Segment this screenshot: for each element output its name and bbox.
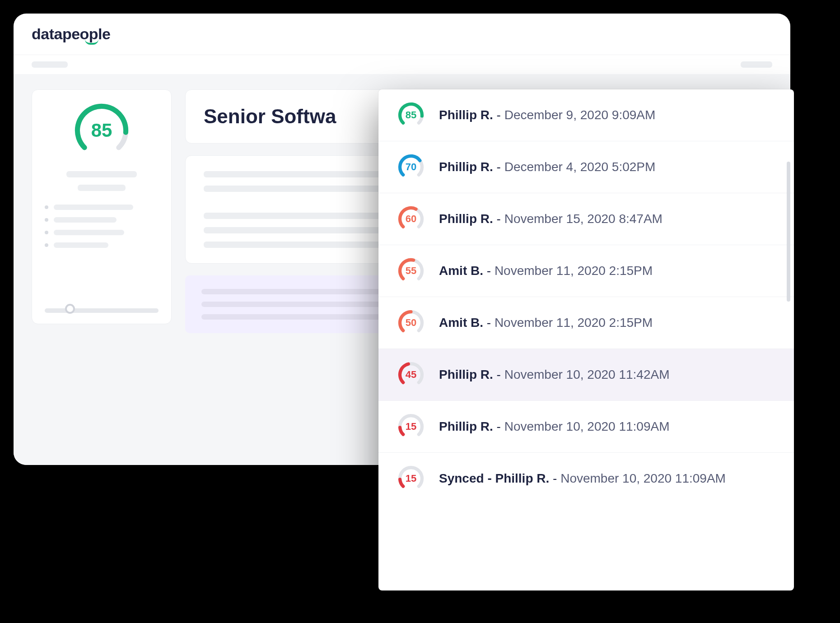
scrollbar-thumb[interactable] bbox=[787, 162, 790, 302]
score-card: 85 bbox=[32, 89, 172, 324]
history-separator: - bbox=[493, 367, 504, 381]
history-author: Phillip R. bbox=[439, 367, 493, 381]
history-author: Phillip R. bbox=[439, 108, 493, 122]
history-score-value: 85 bbox=[406, 109, 416, 121]
history-item[interactable]: 55Amit B. - November 11, 2020 2:15PM bbox=[378, 245, 794, 297]
history-separator: - bbox=[483, 316, 495, 330]
history-item-label: Phillip R. - November 10, 2020 11:09AM bbox=[439, 419, 669, 434]
history-date: December 4, 2020 5:02PM bbox=[504, 160, 656, 174]
history-score-value: 15 bbox=[406, 421, 416, 432]
history-item[interactable]: 85Phillip R. - December 9, 2020 9:09AM bbox=[378, 89, 794, 141]
toolbar-placeholder-right bbox=[741, 61, 772, 68]
history-date: December 9, 2020 9:09AM bbox=[504, 108, 656, 122]
app-header: datapeople bbox=[14, 14, 790, 55]
main-score-gauge: 85 bbox=[70, 103, 133, 158]
history-item-label: Phillip R. - November 10, 2020 11:42AM bbox=[439, 367, 669, 382]
history-separator: - bbox=[493, 212, 504, 226]
toolbar-placeholder-left bbox=[32, 61, 68, 68]
history-score-gauge: 45 bbox=[397, 362, 425, 388]
brand-logo: datapeople bbox=[32, 25, 110, 43]
history-separator: - bbox=[483, 264, 495, 278]
history-item-label: Amit B. - November 11, 2020 2:15PM bbox=[439, 264, 653, 278]
history-author: Amit B. bbox=[439, 316, 483, 330]
history-separator: - bbox=[549, 471, 560, 485]
history-score-value: 15 bbox=[406, 473, 416, 484]
history-item-label: Synced - Phillip R. - November 10, 2020 … bbox=[439, 471, 726, 486]
history-date: November 11, 2020 2:15PM bbox=[495, 316, 653, 330]
history-item[interactable]: 15Phillip R. - November 10, 2020 11:09AM bbox=[378, 401, 794, 453]
history-author: Phillip R. bbox=[439, 160, 493, 174]
score-summary-lines bbox=[45, 171, 159, 191]
history-author: Amit B. bbox=[439, 264, 483, 278]
history-score-gauge: 15 bbox=[397, 465, 425, 492]
history-item-label: Phillip R. - December 9, 2020 9:09AM bbox=[439, 108, 655, 122]
main-score-value: 85 bbox=[91, 120, 112, 141]
history-date: November 10, 2020 11:42AM bbox=[504, 367, 670, 381]
history-prefix: Synced - bbox=[439, 471, 495, 485]
history-score-value: 55 bbox=[406, 265, 416, 277]
history-item[interactable]: 45Phillip R. - November 10, 2020 11:42AM bbox=[378, 349, 794, 401]
history-list: 85Phillip R. - December 9, 2020 9:09AM 7… bbox=[378, 89, 794, 504]
history-item[interactable]: 15Synced - Phillip R. - November 10, 202… bbox=[378, 453, 794, 504]
history-score-value: 70 bbox=[406, 161, 416, 173]
history-score-gauge: 55 bbox=[397, 258, 425, 284]
history-item[interactable]: 70Phillip R. - December 4, 2020 5:02PM bbox=[378, 141, 794, 193]
history-item-label: Phillip R. - December 4, 2020 5:02PM bbox=[439, 160, 655, 174]
history-author: Phillip R. bbox=[495, 471, 549, 485]
history-item[interactable]: 60Phillip R. - November 15, 2020 8:47AM bbox=[378, 193, 794, 245]
history-separator: - bbox=[493, 108, 504, 122]
history-score-gauge: 50 bbox=[397, 310, 425, 336]
history-score-gauge: 85 bbox=[397, 102, 425, 128]
history-separator: - bbox=[493, 160, 504, 174]
history-date: November 10, 2020 11:09AM bbox=[504, 419, 670, 433]
history-item-label: Phillip R. - November 15, 2020 8:47AM bbox=[439, 212, 663, 226]
logo-smile-icon bbox=[85, 39, 98, 45]
score-slider[interactable] bbox=[45, 308, 159, 313]
history-item-label: Amit B. - November 11, 2020 2:15PM bbox=[439, 316, 653, 330]
history-author: Phillip R. bbox=[439, 212, 493, 226]
history-date: November 10, 2020 11:09AM bbox=[560, 471, 726, 485]
history-score-gauge: 60 bbox=[397, 206, 425, 232]
slider-handle-icon[interactable] bbox=[65, 304, 75, 314]
history-date: November 11, 2020 2:15PM bbox=[495, 264, 653, 278]
history-score-gauge: 15 bbox=[397, 414, 425, 440]
history-score-gauge: 70 bbox=[397, 154, 425, 180]
toolbar bbox=[14, 55, 790, 74]
history-item[interactable]: 50Amit B. - November 11, 2020 2:15PM bbox=[378, 297, 794, 349]
history-score-value: 45 bbox=[406, 369, 416, 381]
brand-name: datapeople bbox=[32, 25, 110, 42]
history-author: Phillip R. bbox=[439, 419, 493, 433]
history-date: November 15, 2020 8:47AM bbox=[504, 212, 663, 226]
score-bullets bbox=[45, 205, 159, 248]
history-separator: - bbox=[493, 419, 504, 433]
history-dropdown: 85Phillip R. - December 9, 2020 9:09AM 7… bbox=[378, 89, 794, 590]
history-score-value: 50 bbox=[406, 317, 416, 329]
history-score-value: 60 bbox=[406, 213, 416, 225]
